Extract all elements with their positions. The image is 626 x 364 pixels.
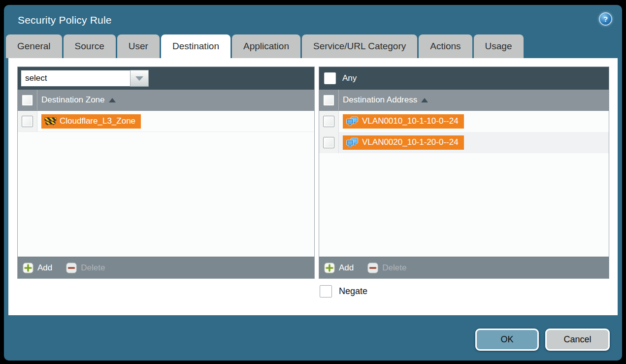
address-panel-footer: Add Delete <box>319 257 609 278</box>
zone-list: Cloudflare_L3_Zone <box>18 111 314 257</box>
table-row: Cloudflare_L3_Zone <box>18 111 314 132</box>
destination-address-panel: Any Destination Address <box>319 66 609 279</box>
address-entry-label: VLAN0010_10-1-10-0--24 <box>362 116 459 126</box>
address-delete-button[interactable]: Delete <box>367 263 406 273</box>
address-row-checkbox[interactable] <box>323 137 334 148</box>
dialog-footer: OK Cancel <box>4 315 622 351</box>
address-entry[interactable]: VLAN0020_10-1-20-0--24 <box>343 135 464 150</box>
delete-icon <box>367 263 378 273</box>
cancel-button[interactable]: Cancel <box>545 329 610 351</box>
address-column-title: Destination Address <box>343 95 417 105</box>
add-icon <box>324 263 335 273</box>
sort-ascending-icon[interactable] <box>109 98 116 102</box>
tab-source[interactable]: Source <box>64 34 116 58</box>
sort-ascending-icon[interactable] <box>421 98 428 102</box>
add-icon <box>23 263 33 273</box>
zone-column-title: Destination Zone <box>41 95 105 105</box>
tab-service-url-category[interactable]: Service/URL Category <box>302 34 417 58</box>
any-checkbox[interactable] <box>324 72 336 84</box>
destination-zone-panel: Destination Zone <box>17 66 315 279</box>
zone-type-input[interactable] <box>21 70 130 87</box>
help-icon[interactable]: ? <box>599 12 612 26</box>
tab-bar: General Source User Destination Applicat… <box>4 34 622 58</box>
zone-entry-label: Cloudflare_L3_Zone <box>60 116 135 126</box>
address-column-header: Destination Address <box>319 90 609 111</box>
zone-row-checkbox[interactable] <box>22 116 33 127</box>
address-list: VLAN0010_10-1-10-0--24 <box>319 111 609 257</box>
address-panel-header: Any <box>319 67 609 90</box>
tab-user[interactable]: User <box>117 34 160 58</box>
any-label: Any <box>342 73 357 83</box>
negate-label: Negate <box>339 286 367 297</box>
zone-delete-button[interactable]: Delete <box>66 263 105 273</box>
address-row-checkbox[interactable] <box>323 116 334 127</box>
security-policy-rule-dialog: Security Policy Rule ? General Source Us… <box>4 5 622 361</box>
tab-destination[interactable]: Destination <box>161 34 231 58</box>
address-select-all-checkbox[interactable] <box>323 95 334 106</box>
tab-general[interactable]: General <box>6 34 62 58</box>
zone-add-button[interactable]: Add <box>23 263 52 273</box>
zone-type-combo <box>21 70 149 87</box>
address-add-button[interactable]: Add <box>324 263 354 273</box>
delete-icon <box>66 263 77 273</box>
zone-type-dropdown-button[interactable] <box>130 70 149 87</box>
dialog-title: Security Policy Rule <box>18 14 112 26</box>
zone-select-all-checkbox[interactable] <box>22 95 33 106</box>
chevron-down-icon <box>135 76 143 81</box>
negate-checkbox[interactable] <box>320 285 332 298</box>
address-icon <box>346 138 359 147</box>
zone-panel-footer: Add Delete <box>18 257 314 278</box>
dialog-titlebar: Security Policy Rule ? <box>4 5 622 34</box>
destination-tab-content: Destination Zone <box>8 58 618 315</box>
address-entry[interactable]: VLAN0010_10-1-10-0--24 <box>343 114 464 129</box>
address-icon <box>346 117 359 126</box>
address-entry-label: VLAN0020_10-1-20-0--24 <box>362 137 459 147</box>
tab-usage[interactable]: Usage <box>474 34 524 58</box>
zone-entry[interactable]: Cloudflare_L3_Zone <box>41 114 141 129</box>
zone-panel-header <box>18 67 314 90</box>
table-row: VLAN0020_10-1-20-0--24 <box>319 132 609 153</box>
zone-icon <box>45 117 56 125</box>
tab-actions[interactable]: Actions <box>419 34 472 58</box>
negate-option: Negate <box>320 285 609 298</box>
table-row: VLAN0010_10-1-10-0--24 <box>319 111 609 132</box>
tab-application[interactable]: Application <box>232 34 300 58</box>
zone-column-header: Destination Zone <box>18 90 314 111</box>
ok-button[interactable]: OK <box>475 329 539 351</box>
